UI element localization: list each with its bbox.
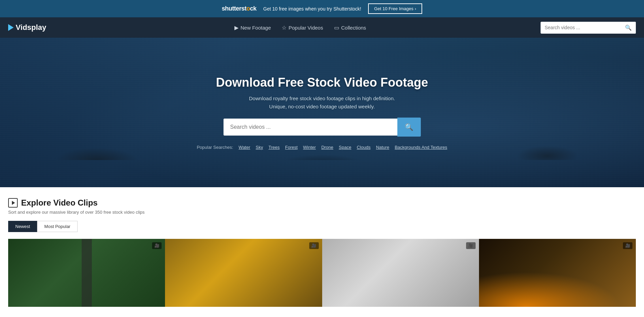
section-desc: Sort and explore our massive library of …	[8, 210, 636, 215]
video-thumb-2[interactable]: 🎥	[165, 239, 322, 307]
popular-search-water[interactable]: Water	[238, 145, 250, 150]
logo-play-icon	[8, 24, 14, 31]
thumb-bg-2	[165, 239, 322, 307]
nav-popular-videos-label: Popular Videos	[288, 25, 323, 31]
hero-content: Download Free Stock Video Footage Downlo…	[216, 75, 428, 111]
video-grid: 🎥 🎥 🎥 🎥	[8, 239, 636, 307]
nav-collections-label: Collections	[341, 25, 366, 31]
thumb-bg-3	[322, 239, 479, 307]
hero-subtitle-line1: Download royalty free stock video footag…	[216, 94, 428, 103]
nav-search-bar: 🔍	[541, 22, 636, 34]
popular-videos-icon: ☆	[282, 24, 286, 31]
ad-cta-button[interactable]: Get 10 Free Images ›	[368, 3, 423, 14]
section-play-icon	[8, 198, 18, 208]
popular-searches: Popular Searches: Water Sky Trees Forest…	[197, 145, 447, 150]
logo-text: Vidsplay	[16, 23, 46, 32]
video-thumb-1[interactable]: 🎥	[8, 239, 165, 307]
nav-search-button[interactable]: 🔍	[621, 22, 636, 34]
popular-search-space[interactable]: Space	[339, 145, 351, 150]
popular-search-sky[interactable]: Sky	[256, 145, 263, 150]
section-title-row: Explore Video Clips	[8, 198, 636, 208]
hero-texture	[0, 38, 644, 187]
popular-search-clouds[interactable]: Clouds	[357, 145, 370, 150]
nav-links: ▶ New Footage ☆ Popular Videos ▭ Collect…	[60, 24, 541, 31]
shutterstock-logo: shutterstock	[222, 5, 257, 12]
collections-icon: ▭	[334, 24, 339, 31]
video-cam-icon-2: 🎥	[309, 242, 319, 249]
popular-search-nature[interactable]: Nature	[376, 145, 389, 150]
navbar: Vidsplay ▶ New Footage ☆ Popular Videos …	[0, 17, 644, 38]
thumb-glow	[479, 266, 636, 307]
video-cam-icon-4: 🎥	[623, 242, 632, 249]
nav-new-footage-label: New Footage	[241, 25, 271, 31]
nav-popular-videos[interactable]: ☆ Popular Videos	[282, 24, 323, 31]
nav-collections[interactable]: ▭ Collections	[334, 24, 366, 31]
video-thumb-3[interactable]: 🎥	[322, 239, 479, 307]
hero-section: Download Free Stock Video Footage Downlo…	[0, 38, 644, 187]
hero-search-input[interactable]	[224, 119, 397, 136]
new-footage-icon: ▶	[234, 24, 238, 31]
content-section: Explore Video Clips Sort and explore our…	[0, 187, 644, 314]
site-logo[interactable]: Vidsplay	[8, 23, 46, 32]
sort-buttons: Newest Most Popular	[8, 221, 636, 232]
popular-search-trees[interactable]: Trees	[268, 145, 280, 150]
nav-new-footage[interactable]: ▶ New Footage	[234, 24, 271, 31]
hero-subtitle-line2: Unique, no-cost video footage updated we…	[216, 103, 428, 111]
popular-search-winter[interactable]: Winter	[303, 145, 316, 150]
sort-popular-button[interactable]: Most Popular	[37, 221, 78, 232]
nav-search-input[interactable]	[541, 22, 621, 33]
video-cam-icon-1: 🎥	[152, 242, 162, 249]
video-cam-icon-3: 🎥	[466, 242, 476, 249]
thumb-road	[82, 239, 92, 307]
hero-search-bar: 🔍	[224, 118, 421, 137]
ad-banner: shutterstock Get 10 free images when you…	[0, 0, 644, 17]
sort-newest-button[interactable]: Newest	[8, 221, 37, 232]
hero-search-button[interactable]: 🔍	[397, 118, 421, 137]
popular-searches-label: Popular Searches:	[197, 145, 233, 150]
video-thumb-4[interactable]: 🎥	[479, 239, 636, 307]
hero-title: Download Free Stock Video Footage	[216, 75, 428, 90]
popular-search-drone[interactable]: Drone	[321, 145, 333, 150]
ad-promo-text: Get 10 free images when you try Shutters…	[263, 6, 361, 12]
section-title: Explore Video Clips	[21, 198, 98, 208]
popular-search-forest[interactable]: Forest	[285, 145, 298, 150]
play-triangle	[12, 201, 15, 205]
popular-search-backgrounds[interactable]: Backgrounds And Textures	[395, 145, 447, 150]
